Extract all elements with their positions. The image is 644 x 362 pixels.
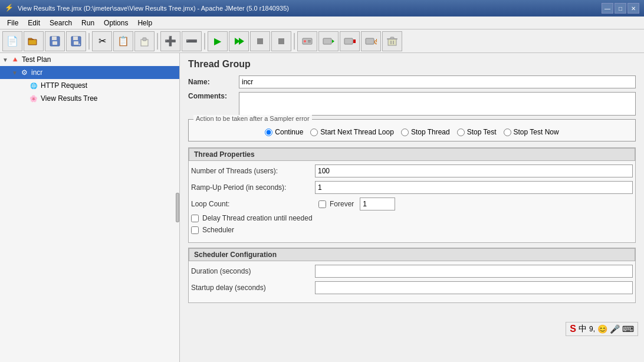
shutdown-button[interactable]: ⏹ bbox=[271, 31, 291, 51]
toolbar-sep-4 bbox=[294, 33, 295, 50]
svg-rect-15 bbox=[308, 41, 311, 42]
svg-rect-20 bbox=[366, 38, 374, 44]
svg-rect-19 bbox=[353, 40, 356, 43]
clear-button[interactable] bbox=[382, 31, 402, 51]
radio-stop-test-now-label: Stop Test Now bbox=[514, 128, 559, 136]
open-button[interactable] bbox=[24, 31, 44, 51]
loop-count-label: Loop Count: bbox=[191, 200, 315, 208]
radio-stop-test[interactable]: Stop Test bbox=[457, 128, 497, 136]
radio-stop-test-label: Stop Test bbox=[467, 128, 497, 136]
add-button[interactable]: ➕ bbox=[160, 31, 180, 51]
app-icon: ⚡ bbox=[5, 4, 14, 13]
expand-arrow-incr: ▼ bbox=[12, 70, 19, 76]
minimize-button[interactable]: — bbox=[602, 3, 613, 14]
scheduler-config-section: Scheduler Configuration Duration (second… bbox=[188, 248, 636, 303]
sidebar-item-view-results-tree[interactable]: ▶ 🌸 View Results Tree bbox=[0, 92, 179, 105]
comments-input[interactable] bbox=[239, 92, 636, 116]
remove-button[interactable]: ➖ bbox=[182, 31, 202, 51]
ime-punc[interactable]: 9, bbox=[589, 325, 595, 333]
svg-text:+: + bbox=[78, 42, 81, 47]
stop-button[interactable]: ⏹ bbox=[250, 31, 270, 51]
test-plan-icon: 🔺 bbox=[9, 54, 20, 65]
expand-arrow-http: ▶ bbox=[21, 83, 28, 89]
duration-input[interactable] bbox=[315, 265, 633, 278]
menu-run[interactable]: Run bbox=[77, 18, 99, 28]
duration-row: Duration (seconds) bbox=[189, 265, 635, 278]
menu-help[interactable]: Help bbox=[133, 18, 157, 28]
delay-checkbox[interactable] bbox=[191, 215, 199, 222]
save-button[interactable] bbox=[45, 31, 65, 51]
delay-row: Delay Thread creation until needed bbox=[189, 214, 635, 222]
new-button[interactable]: 📄 bbox=[2, 31, 22, 51]
sidebar-label-incr: incr bbox=[31, 68, 42, 77]
scheduler-checkbox[interactable] bbox=[191, 226, 199, 234]
toolbar-sep-2 bbox=[157, 33, 158, 50]
remote-start-button[interactable] bbox=[318, 31, 339, 51]
start-no-pause-button[interactable] bbox=[229, 31, 249, 51]
forever-label: Forever bbox=[330, 200, 354, 208]
radio-start-next[interactable]: Start Next Thread Loop bbox=[310, 128, 394, 136]
sidebar-label-test-plan: Test Plan bbox=[22, 55, 51, 64]
remote-button[interactable] bbox=[297, 31, 317, 51]
radio-stop-test-now[interactable]: Stop Test Now bbox=[504, 128, 559, 136]
svg-rect-22 bbox=[388, 39, 396, 45]
forever-checkbox[interactable] bbox=[318, 200, 326, 208]
copy-button[interactable]: 📋 bbox=[113, 31, 133, 51]
svg-rect-5 bbox=[73, 37, 78, 40]
start-button[interactable]: ▶ bbox=[208, 31, 228, 51]
menu-bar: File Edit Search Run Options Help bbox=[0, 17, 644, 29]
maximize-button[interactable]: □ bbox=[615, 3, 626, 14]
menu-edit[interactable]: Edit bbox=[23, 18, 45, 28]
svg-rect-14 bbox=[308, 40, 311, 41]
action-group-title: Action to be taken after a Sampler error bbox=[193, 115, 312, 122]
scheduler-label: Scheduler bbox=[202, 226, 234, 234]
ime-chinese[interactable]: 中 bbox=[579, 324, 587, 334]
sidebar-item-test-plan[interactable]: ▼ 🔺 Test Plan bbox=[0, 53, 179, 66]
sidebar-item-incr[interactable]: ▼ ⚙ incr bbox=[0, 66, 179, 79]
svg-rect-24 bbox=[390, 37, 394, 39]
startup-delay-input[interactable] bbox=[315, 281, 633, 294]
name-input[interactable] bbox=[239, 75, 636, 88]
loop-value-input[interactable] bbox=[360, 198, 395, 210]
svg-marker-17 bbox=[332, 40, 334, 43]
startup-delay-row: Startup delay (seconds) bbox=[189, 281, 635, 294]
window-title: View Results Tree.jmx (D:\jmeter\save\Vi… bbox=[18, 5, 289, 12]
ime-s[interactable]: S bbox=[570, 324, 576, 334]
radio-continue[interactable]: Continue bbox=[265, 128, 303, 136]
ramp-up-input[interactable] bbox=[315, 181, 633, 194]
svg-rect-16 bbox=[323, 38, 331, 44]
sidebar-item-http-request[interactable]: ▶ 🌐 HTTP Request bbox=[0, 79, 179, 92]
num-threads-input[interactable] bbox=[315, 164, 633, 177]
remote-shutdown-button[interactable]: ⏻ bbox=[361, 31, 381, 51]
title-bar: ⚡ View Results Tree.jmx (D:\jmeter\save\… bbox=[0, 0, 644, 17]
radio-stop-thread[interactable]: Stop Thread bbox=[401, 128, 450, 136]
ime-emoji[interactable]: 😊 bbox=[597, 324, 607, 334]
saveas-button[interactable]: + bbox=[66, 31, 86, 51]
radio-group: Continue Start Next Thread Loop Stop Thr… bbox=[195, 124, 629, 136]
comments-row: Comments: bbox=[188, 92, 636, 116]
cut-button[interactable]: ✂ bbox=[92, 31, 112, 51]
panel-title: Thread Group bbox=[188, 59, 636, 70]
menu-search[interactable]: Search bbox=[45, 18, 77, 28]
duration-label: Duration (seconds) bbox=[191, 267, 315, 275]
startup-delay-label: Startup delay (seconds) bbox=[191, 284, 315, 292]
ime-voice[interactable]: 🎤 bbox=[610, 324, 620, 334]
ramp-up-label: Ramp-Up Period (in seconds): bbox=[191, 183, 315, 192]
sidebar-label-view-results-tree: View Results Tree bbox=[41, 94, 98, 103]
sidebar: ▼ 🔺 Test Plan ▼ ⚙ incr ▶ 🌐 HTTP Request … bbox=[0, 53, 180, 362]
remote-stop-button[interactable] bbox=[340, 31, 360, 51]
svg-rect-9 bbox=[143, 38, 146, 41]
window-controls: — □ ✕ bbox=[602, 3, 639, 14]
ime-keyboard[interactable]: ⌨ bbox=[622, 324, 634, 334]
radio-continue-label: Continue bbox=[275, 128, 303, 136]
action-group-box: Action to be taken after a Sampler error… bbox=[188, 119, 636, 141]
menu-file[interactable]: File bbox=[2, 18, 23, 28]
thread-properties-section: Thread Properties Number of Threads (use… bbox=[188, 147, 636, 243]
num-threads-label: Number of Threads (users): bbox=[191, 167, 315, 175]
loop-count-row: Loop Count: Forever bbox=[189, 198, 635, 210]
paste-button[interactable] bbox=[134, 31, 155, 51]
close-button[interactable]: ✕ bbox=[627, 3, 639, 14]
incr-icon: ⚙ bbox=[19, 67, 29, 78]
menu-options[interactable]: Options bbox=[99, 18, 133, 28]
sidebar-resizer[interactable] bbox=[176, 193, 179, 222]
